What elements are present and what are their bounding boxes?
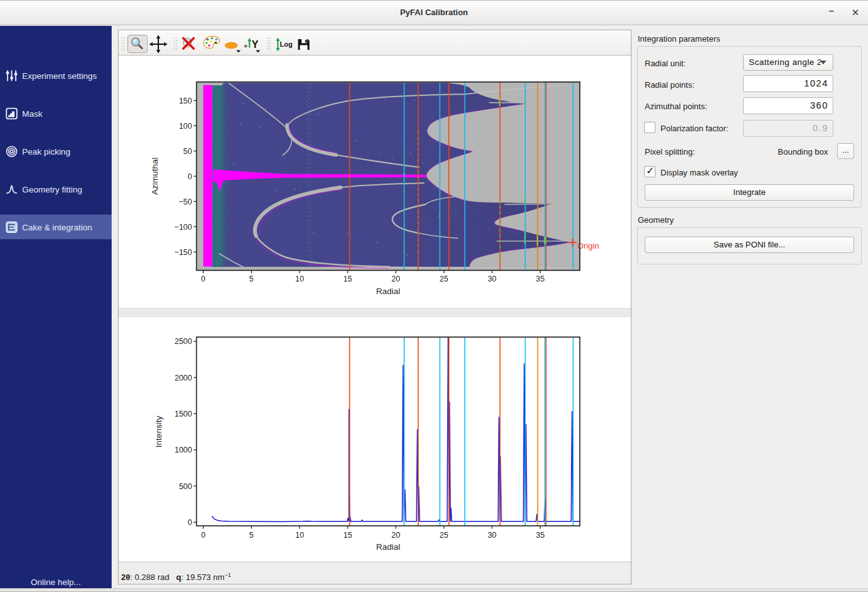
svg-text:o: o: [244, 43, 247, 49]
svg-text:−100: −100: [174, 223, 192, 232]
svg-text:0: 0: [188, 518, 192, 527]
svg-text:50: 50: [184, 147, 192, 156]
svg-text:2000: 2000: [175, 374, 192, 382]
svg-text:Radial: Radial: [376, 542, 400, 552]
svg-text:25: 25: [440, 275, 449, 283]
svg-text:5: 5: [249, 275, 254, 283]
svg-text:0: 0: [201, 275, 206, 283]
svg-text:35: 35: [536, 531, 544, 540]
svg-text:10: 10: [295, 275, 304, 283]
svg-text:1000: 1000: [175, 446, 192, 454]
svg-text:15: 15: [343, 275, 352, 283]
svg-text:15: 15: [343, 531, 352, 540]
svg-text:Intensity: Intensity: [154, 416, 163, 448]
svg-text:20: 20: [392, 275, 401, 283]
svg-text:0: 0: [201, 531, 206, 540]
svg-text:30: 30: [488, 531, 496, 540]
svg-text:1500: 1500: [175, 410, 192, 418]
svg-text:10: 10: [295, 531, 304, 540]
svg-text:500: 500: [179, 482, 192, 491]
svg-text:0: 0: [188, 172, 192, 181]
svg-text:Azimuthal: Azimuthal: [150, 158, 160, 195]
svg-text:100: 100: [179, 122, 192, 131]
svg-text:30: 30: [488, 275, 496, 283]
svg-text:150: 150: [179, 97, 192, 105]
svg-text:Radial: Radial: [376, 287, 400, 296]
svg-text:20: 20: [392, 531, 401, 540]
svg-text:Y: Y: [252, 39, 259, 50]
svg-text:25: 25: [440, 531, 449, 540]
svg-text:5: 5: [249, 531, 254, 540]
svg-text:2500: 2500: [175, 337, 192, 346]
svg-text:35: 35: [536, 275, 544, 283]
svg-text:−50: −50: [179, 198, 192, 206]
svg-text:−150: −150: [174, 248, 192, 257]
svg-text:Origin: Origin: [577, 241, 599, 251]
svg-text:Log: Log: [280, 40, 293, 48]
